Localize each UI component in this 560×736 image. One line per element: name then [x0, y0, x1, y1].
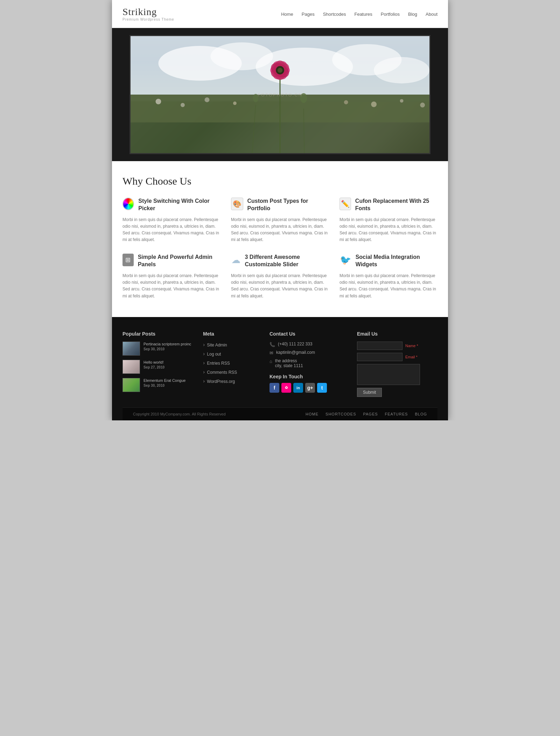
nav-item-about[interactable]: About: [426, 11, 438, 17]
contact-address-row: ⌂ the address city, state 1111: [270, 358, 346, 368]
meta-link-wordpress[interactable]: WordPress.org: [207, 379, 235, 384]
email-icon: ✉: [270, 350, 273, 356]
name-label-text: Name: [405, 344, 415, 348]
footer-nav-features[interactable]: FEATURES: [385, 412, 408, 416]
site-tagline: Premium Wordpress Theme: [122, 18, 174, 21]
feature-item-portfolio: 🎨 Custom Post Types for Portfolio Morbi …: [231, 198, 329, 243]
feature-desc-1: Morbi in sem quis dui placerat ornare. P…: [122, 216, 220, 243]
footer-meta: Meta Site Admin Log out Entries RSS Comm…: [203, 331, 259, 397]
svg-point-27: [278, 68, 282, 73]
meta-item-wordpress[interactable]: WordPress.org: [203, 378, 259, 384]
post-link-2[interactable]: Hello world!: [144, 360, 192, 365]
nav-item-home[interactable]: Home: [281, 11, 293, 17]
feature-item-color-picker: Style Switching With Color Picker Morbi …: [122, 198, 220, 243]
nav-link-pages[interactable]: Pages: [302, 12, 315, 17]
meta-link-comments-rss[interactable]: Comments RSS: [207, 370, 237, 375]
feature-title-5: 3 Different Awesome Customizable Slider: [245, 254, 329, 268]
post-link-3[interactable]: Elementum Erat Congue: [144, 378, 192, 383]
site-logo: Striking Premium Wordpress Theme: [122, 6, 174, 21]
nav-link-shortcodes[interactable]: Shortcodes: [323, 12, 346, 17]
post-info-3: Elementum Erat Congue Sep 30, 2010: [144, 378, 192, 392]
email-label: Email *: [405, 355, 418, 359]
meta-item-entries-rss[interactable]: Entries RSS: [203, 360, 259, 366]
pen-icon: ✏️: [340, 198, 351, 210]
meta-item-site-admin[interactable]: Site Admin: [203, 342, 259, 348]
meta-link-entries-rss[interactable]: Entries RSS: [207, 361, 230, 366]
colorwheel-icon: [122, 198, 134, 210]
googleplus-button[interactable]: g+: [305, 383, 315, 393]
nav-item-features[interactable]: Features: [354, 11, 372, 17]
nav-item-pages[interactable]: Pages: [302, 11, 315, 17]
post-thumb-1: [122, 342, 140, 356]
popular-posts-title: Popular Posts: [122, 331, 192, 337]
email-input[interactable]: [357, 353, 402, 361]
feature-title-6: Social Media Integration Widgets: [356, 254, 438, 268]
message-textarea[interactable]: [357, 364, 420, 385]
admin-icon: ⊞: [122, 254, 134, 266]
meta-link-site-admin[interactable]: Site Admin: [207, 343, 227, 348]
hero-svg: [131, 36, 429, 153]
nav-item-shortcodes[interactable]: Shortcodes: [323, 11, 346, 17]
svg-point-28: [300, 93, 307, 103]
feature-title-2: Custom Post Types for Portfolio: [247, 198, 329, 212]
feature-desc-4: Morbi in sem quis dui placerat ornare. P…: [122, 273, 220, 300]
feature-title-3: Cufon Replacement With 25 Fonts: [355, 198, 438, 212]
features-section: Why Choose Us Style Switching With Color…: [112, 161, 448, 317]
contact-info: 📞 (+40) 111 222 333 ✉ kaptinlin@gmail.co…: [270, 342, 346, 368]
feature-item-slider: ☁ 3 Different Awesome Customizable Slide…: [231, 254, 329, 299]
feature-desc-6: Morbi in sem quis dui placerat ornare. P…: [340, 273, 438, 300]
svg-point-11: [233, 102, 237, 105]
main-nav: Home Pages Shortcodes Features Portfolio…: [281, 11, 438, 17]
footer-bottom: Copyright 2010 MyCompany.com. All Rights…: [122, 407, 438, 420]
facebook-button[interactable]: f: [270, 383, 279, 393]
svg-point-12: [344, 100, 348, 104]
meta-link-logout[interactable]: Log out: [207, 352, 221, 357]
name-label: Name *: [405, 344, 418, 348]
nav-link-about[interactable]: About: [426, 12, 438, 17]
nav-link-features[interactable]: Features: [354, 12, 372, 17]
svg-point-14: [400, 99, 404, 103]
name-input[interactable]: [357, 342, 402, 350]
flickr-button[interactable]: ✿: [281, 383, 291, 393]
feature-desc-2: Morbi in sem quis dui placerat ornare. P…: [231, 216, 329, 243]
contact-city-state: city, state 1111: [275, 363, 303, 368]
nav-link-home[interactable]: Home: [281, 12, 293, 17]
footer-bottom-nav: HOME SHORTCODES PAGES FEATURES BLOG: [306, 412, 427, 416]
feature-item-cufon: ✏️ Cufon Replacement With 25 Fonts Morbi…: [340, 198, 438, 243]
linkedin-button[interactable]: in: [293, 383, 303, 393]
feature-title-4: Simple And Powerful Admin Panels: [138, 254, 220, 268]
svg-point-13: [371, 102, 377, 107]
phone-icon: 📞: [270, 342, 275, 347]
name-required: *: [416, 344, 418, 348]
contact-phone: (+40) 111 222 333: [278, 342, 312, 346]
meta-title: Meta: [203, 331, 259, 337]
meta-item-logout[interactable]: Log out: [203, 351, 259, 357]
popular-post-3: Elementum Erat Congue Sep 30, 2010: [122, 378, 192, 392]
feature-header-4: ⊞ Simple And Powerful Admin Panels: [122, 254, 220, 268]
meta-item-comments-rss[interactable]: Comments RSS: [203, 369, 259, 375]
hero-banner: FOTOPHOTO.CN: [112, 28, 448, 161]
footer-nav-shortcodes[interactable]: SHORTCODES: [326, 412, 356, 416]
address-icon: ⌂: [270, 359, 272, 364]
footer-nav-home[interactable]: HOME: [306, 412, 318, 416]
svg-point-29: [253, 94, 259, 102]
svg-point-9: [181, 103, 185, 107]
social-icons: f ✿ in g+ t: [270, 383, 346, 393]
nav-link-portfolios[interactable]: Portfolios: [381, 12, 400, 17]
email-form: Name * Email * Submit: [357, 342, 438, 397]
keep-in-touch-title: Keep In Touch: [270, 374, 346, 379]
footer-nav-pages[interactable]: PAGES: [363, 412, 378, 416]
nav-link-blog[interactable]: Blog: [408, 12, 417, 17]
post-link-1[interactable]: Pertinacia scriptorem proinc: [144, 342, 192, 346]
footer-columns: Popular Posts Pertinacia scriptorem proi…: [122, 331, 438, 407]
submit-button[interactable]: Submit: [357, 388, 382, 397]
twitter-button[interactable]: t: [317, 383, 327, 393]
meta-list: Site Admin Log out Entries RSS Comments …: [203, 342, 259, 384]
nav-item-blog[interactable]: Blog: [408, 11, 417, 17]
footer-nav-blog[interactable]: BLOG: [415, 412, 427, 416]
site-footer: Popular Posts Pertinacia scriptorem proi…: [112, 317, 448, 420]
email-row: Email *: [357, 353, 438, 361]
nav-item-portfolios[interactable]: Portfolios: [381, 11, 400, 17]
palette-icon: 🎨: [231, 198, 243, 210]
feature-item-admin: ⊞ Simple And Powerful Admin Panels Morbi…: [122, 254, 220, 299]
